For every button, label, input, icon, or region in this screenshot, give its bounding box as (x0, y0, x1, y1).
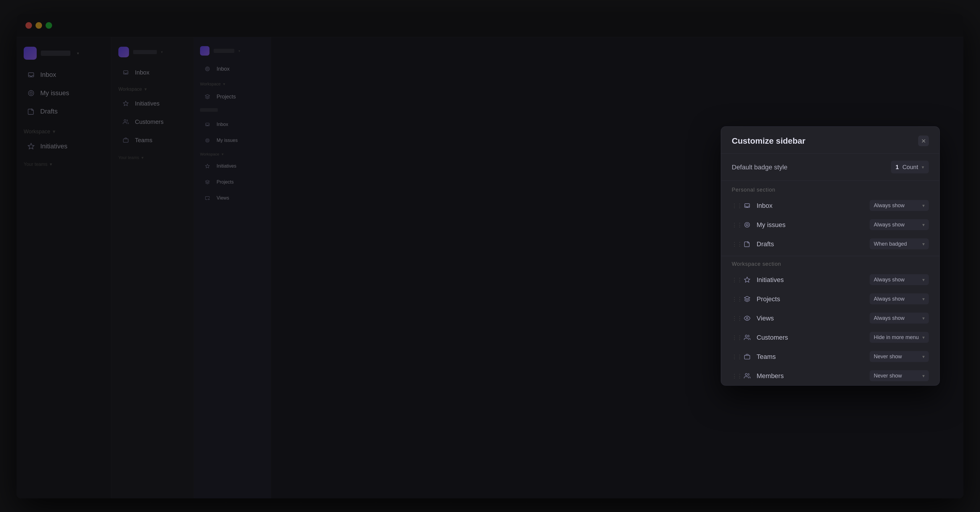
settings-row-inbox: ⋮⋮ Inbox Always show ▾ (721, 196, 939, 215)
chevron-down-icon: ▾ (922, 373, 925, 379)
projects-visibility-label: Always show (874, 296, 905, 302)
drag-handle-drafts[interactable]: ⋮⋮ (732, 241, 738, 247)
drafts-visibility-label: When badged (874, 241, 907, 247)
svg-rect-23 (745, 355, 750, 359)
chevron-down-icon: ▾ (922, 241, 925, 247)
chevron-down-icon: ▾ (922, 334, 925, 340)
drag-handle-inbox[interactable]: ⋮⋮ (732, 202, 738, 209)
members-visibility-label: Never show (874, 373, 902, 379)
settings-row-members-label: Members (757, 372, 865, 380)
svg-point-18 (746, 224, 748, 225)
svg-point-21 (746, 317, 748, 319)
svg-point-17 (745, 222, 750, 227)
customize-sidebar-modal: Customize sidebar ✕ Default badge style … (721, 127, 940, 386)
settings-row-drafts: ⋮⋮ Drafts When badged ▾ (721, 235, 939, 254)
drafts-visibility-select[interactable]: When badged ▾ (870, 239, 929, 249)
customers-visibility-label: Hide in more menu (874, 334, 919, 341)
drag-handle-teams[interactable]: ⋮⋮ (732, 353, 738, 360)
chevron-down-icon: ▾ (922, 203, 925, 208)
settings-row-customers: ⋮⋮ Customers Hide in more menu ▾ (721, 328, 939, 347)
my-issues-visibility-label: Always show (874, 222, 905, 228)
members-icon-settings (742, 371, 752, 380)
settings-row-initiatives-label: Initiatives (757, 276, 865, 284)
settings-row-teams: ⋮⋮ Teams Never show ▾ (721, 347, 939, 366)
badge-style-row: Default badge style 1 Count ▾ (721, 154, 939, 181)
projects-visibility-select[interactable]: Always show ▾ (870, 293, 929, 304)
teams-visibility-select[interactable]: Never show ▾ (870, 351, 929, 362)
workspace-section-label: Workspace section (721, 256, 939, 270)
teams-icon-settings (742, 352, 752, 361)
chevron-down-icon: ▾ (922, 277, 925, 282)
chevron-down-icon: ▾ (922, 315, 925, 321)
settings-row-my-issues-label: My issues (757, 221, 865, 228)
settings-row-views-label: Views (757, 314, 865, 322)
members-visibility-select[interactable]: Never show ▾ (870, 370, 929, 381)
drag-handle-initiatives[interactable]: ⋮⋮ (732, 276, 738, 283)
svg-point-24 (745, 373, 748, 376)
settings-row-projects-label: Projects (757, 295, 865, 303)
settings-row-customers-label: Customers (757, 333, 865, 341)
settings-row-my-issues: ⋮⋮ My issues Always show ▾ (721, 215, 939, 235)
settings-row-members: ⋮⋮ Members Never show ▾ (721, 366, 939, 385)
drag-handle-members[interactable]: ⋮⋮ (732, 373, 738, 379)
svg-point-22 (745, 335, 748, 337)
svg-marker-19 (745, 277, 750, 282)
drag-handle-my-issues[interactable]: ⋮⋮ (732, 222, 738, 228)
drafts-icon-settings (742, 239, 752, 249)
settings-row-projects: ⋮⋮ Projects Always show ▾ (721, 289, 939, 309)
inbox-icon-settings (742, 201, 752, 210)
badge-style-label: Default badge style (732, 163, 788, 171)
chevron-down-icon: ▾ (922, 354, 925, 360)
settings-row-drafts-label: Drafts (757, 240, 865, 248)
projects-icon-settings (742, 294, 752, 304)
drag-handle-views[interactable]: ⋮⋮ (732, 315, 738, 321)
initiatives-visibility-select[interactable]: Always show ▾ (870, 274, 929, 285)
modal-header: Customize sidebar ✕ (721, 127, 939, 154)
my-issues-icon-settings (742, 220, 752, 230)
views-visibility-select[interactable]: Always show ▾ (870, 313, 929, 324)
badge-count: 1 (896, 164, 899, 171)
modal-title: Customize sidebar (732, 136, 805, 146)
customers-icon-settings (742, 333, 752, 342)
inbox-visibility-label: Always show (874, 203, 905, 209)
badge-style-select[interactable]: 1 Count ▾ (891, 161, 929, 174)
app-window: ▾ Inbox My issues (17, 14, 963, 498)
chevron-down-icon: ▾ (922, 164, 924, 170)
drag-handle-projects[interactable]: ⋮⋮ (732, 296, 738, 302)
inbox-visibility-select[interactable]: Always show ▾ (870, 200, 929, 211)
initiatives-icon-settings (742, 275, 752, 284)
personal-section-label: Personal section (721, 181, 939, 196)
views-visibility-label: Always show (874, 315, 905, 321)
teams-visibility-label: Never show (874, 353, 902, 360)
close-icon: ✕ (921, 138, 926, 144)
close-button[interactable]: ✕ (918, 136, 929, 146)
drag-handle-customers[interactable]: ⋮⋮ (732, 334, 738, 341)
settings-row-views: ⋮⋮ Views Always show ▾ (721, 309, 939, 328)
views-icon-settings (742, 313, 752, 323)
settings-row-initiatives: ⋮⋮ Initiatives Always show ▾ (721, 270, 939, 289)
customers-visibility-select[interactable]: Hide in more menu ▾ (870, 332, 929, 343)
settings-row-teams-label: Teams (757, 353, 865, 360)
settings-row-inbox-label: Inbox (757, 201, 865, 209)
my-issues-visibility-select[interactable]: Always show ▾ (870, 219, 929, 230)
svg-marker-20 (745, 296, 750, 299)
chevron-down-icon: ▾ (922, 296, 925, 302)
initiatives-visibility-label: Always show (874, 277, 905, 283)
badge-type-label: Count (902, 164, 918, 171)
chevron-down-icon: ▾ (922, 222, 925, 228)
